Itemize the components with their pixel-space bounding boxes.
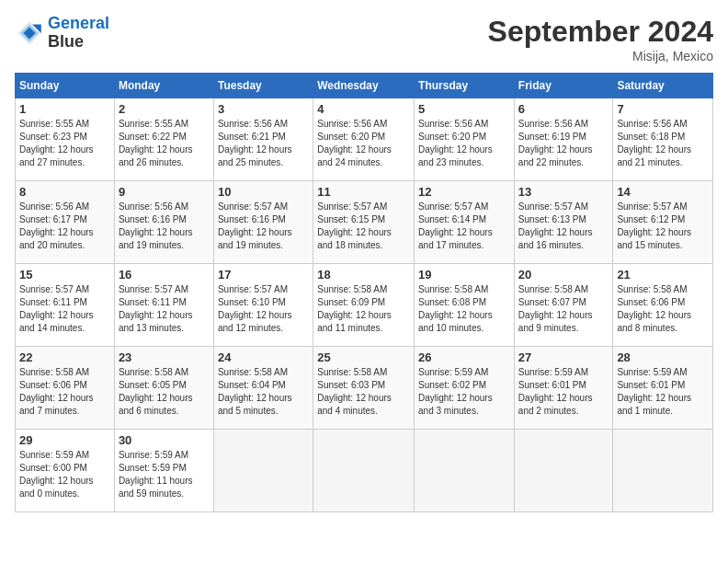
day-info: Sunrise: 5:57 AM Sunset: 6:12 PM Dayligh…: [617, 201, 709, 252]
calendar-cell: 17Sunrise: 5:57 AM Sunset: 6:10 PM Dayli…: [213, 264, 313, 347]
weekday-header-friday: Friday: [514, 74, 613, 98]
day-info: Sunrise: 5:56 AM Sunset: 6:20 PM Dayligh…: [418, 118, 510, 169]
calendar-cell: 24Sunrise: 5:58 AM Sunset: 6:04 PM Dayli…: [213, 347, 313, 430]
calendar-cell: 23Sunrise: 5:58 AM Sunset: 6:05 PM Dayli…: [114, 347, 213, 430]
day-number: 3: [218, 102, 309, 116]
calendar-cell: 25Sunrise: 5:58 AM Sunset: 6:03 PM Dayli…: [313, 347, 415, 430]
day-number: 9: [119, 185, 210, 199]
calendar-cell: [514, 430, 613, 512]
weekday-header-row: SundayMondayTuesdayWednesdayThursdayFrid…: [16, 74, 713, 98]
calendar-cell: 21Sunrise: 5:58 AM Sunset: 6:06 PM Dayli…: [613, 264, 713, 347]
day-number: 18: [317, 268, 410, 282]
calendar-cell: 14Sunrise: 5:57 AM Sunset: 6:12 PM Dayli…: [613, 181, 713, 264]
calendar-cell: 30Sunrise: 5:59 AM Sunset: 5:59 PM Dayli…: [114, 430, 213, 512]
day-number: 19: [418, 268, 510, 282]
day-number: 11: [317, 185, 410, 199]
day-info: Sunrise: 5:58 AM Sunset: 6:07 PM Dayligh…: [518, 283, 609, 335]
day-info: Sunrise: 5:57 AM Sunset: 6:13 PM Dayligh…: [518, 201, 609, 252]
calendar-cell: 10Sunrise: 5:57 AM Sunset: 6:16 PM Dayli…: [213, 181, 313, 264]
calendar-cell: 29Sunrise: 5:59 AM Sunset: 6:00 PM Dayli…: [16, 430, 115, 512]
day-info: Sunrise: 5:57 AM Sunset: 6:15 PM Dayligh…: [317, 201, 410, 252]
location: Misija, Mexico: [488, 49, 713, 63]
calendar-cell: [213, 430, 313, 512]
calendar-cell: 8Sunrise: 5:56 AM Sunset: 6:17 PM Daylig…: [16, 181, 115, 264]
weekday-header-tuesday: Tuesday: [213, 74, 313, 98]
day-number: 8: [19, 185, 110, 199]
page-header: General Blue September 2024 Misija, Mexi…: [15, 15, 713, 63]
day-info: Sunrise: 5:59 AM Sunset: 6:01 PM Dayligh…: [518, 366, 609, 418]
calendar-cell: 11Sunrise: 5:57 AM Sunset: 6:15 PM Dayli…: [313, 181, 415, 264]
logo-icon: [15, 18, 44, 48]
calendar-cell: 5Sunrise: 5:56 AM Sunset: 6:20 PM Daylig…: [415, 98, 515, 181]
day-number: 28: [617, 350, 709, 364]
day-info: Sunrise: 5:58 AM Sunset: 6:08 PM Dayligh…: [418, 283, 510, 335]
calendar-cell: [613, 430, 713, 512]
calendar-table: SundayMondayTuesdayWednesdayThursdayFrid…: [15, 73, 713, 512]
day-info: Sunrise: 5:59 AM Sunset: 5:59 PM Dayligh…: [119, 449, 210, 500]
day-info: Sunrise: 5:59 AM Sunset: 6:01 PM Dayligh…: [617, 366, 709, 418]
day-number: 10: [218, 185, 309, 199]
calendar-cell: 7Sunrise: 5:56 AM Sunset: 6:18 PM Daylig…: [613, 98, 713, 181]
calendar-cell: 2Sunrise: 5:55 AM Sunset: 6:22 PM Daylig…: [114, 98, 213, 181]
day-number: 1: [19, 102, 110, 116]
day-number: 14: [617, 185, 709, 199]
day-info: Sunrise: 5:59 AM Sunset: 6:02 PM Dayligh…: [418, 366, 510, 418]
calendar-cell: 15Sunrise: 5:57 AM Sunset: 6:11 PM Dayli…: [16, 264, 115, 347]
day-number: 21: [617, 268, 709, 282]
day-number: 16: [119, 268, 210, 282]
day-info: Sunrise: 5:56 AM Sunset: 6:21 PM Dayligh…: [218, 118, 309, 169]
day-number: 25: [317, 350, 410, 364]
weekday-header-wednesday: Wednesday: [313, 74, 415, 98]
logo-line2: Blue: [48, 33, 109, 52]
day-info: Sunrise: 5:55 AM Sunset: 6:22 PM Dayligh…: [119, 118, 210, 169]
calendar-cell: [415, 430, 515, 512]
day-info: Sunrise: 5:57 AM Sunset: 6:11 PM Dayligh…: [119, 283, 210, 335]
day-number: 7: [617, 102, 709, 116]
day-info: Sunrise: 5:56 AM Sunset: 6:16 PM Dayligh…: [119, 201, 210, 252]
day-info: Sunrise: 5:55 AM Sunset: 6:23 PM Dayligh…: [19, 118, 110, 169]
day-number: 24: [218, 350, 309, 364]
day-info: Sunrise: 5:58 AM Sunset: 6:05 PM Dayligh…: [119, 366, 210, 418]
day-number: 2: [119, 102, 210, 116]
day-info: Sunrise: 5:57 AM Sunset: 6:11 PM Dayligh…: [19, 283, 110, 335]
day-number: 23: [119, 350, 210, 364]
calendar-cell: 3Sunrise: 5:56 AM Sunset: 6:21 PM Daylig…: [213, 98, 313, 181]
calendar-cell: 4Sunrise: 5:56 AM Sunset: 6:20 PM Daylig…: [313, 98, 415, 181]
day-info: Sunrise: 5:56 AM Sunset: 6:17 PM Dayligh…: [19, 201, 110, 252]
day-info: Sunrise: 5:56 AM Sunset: 6:18 PM Dayligh…: [617, 118, 709, 169]
logo-line1: General: [48, 14, 109, 32]
day-info: Sunrise: 5:58 AM Sunset: 6:06 PM Dayligh…: [617, 283, 709, 335]
calendar-cell: 28Sunrise: 5:59 AM Sunset: 6:01 PM Dayli…: [613, 347, 713, 430]
calendar-week-2: 8Sunrise: 5:56 AM Sunset: 6:17 PM Daylig…: [16, 181, 713, 264]
day-info: Sunrise: 5:57 AM Sunset: 6:14 PM Dayligh…: [418, 201, 510, 252]
day-number: 30: [119, 433, 210, 447]
day-number: 6: [518, 102, 609, 116]
day-info: Sunrise: 5:56 AM Sunset: 6:20 PM Dayligh…: [317, 118, 410, 169]
title-block: September 2024 Misija, Mexico: [488, 15, 713, 63]
calendar-week-3: 15Sunrise: 5:57 AM Sunset: 6:11 PM Dayli…: [16, 264, 713, 347]
day-number: 27: [518, 350, 609, 364]
day-info: Sunrise: 5:58 AM Sunset: 6:09 PM Dayligh…: [317, 283, 410, 335]
day-number: 20: [518, 268, 609, 282]
weekday-header-saturday: Saturday: [613, 74, 713, 98]
calendar-cell: [313, 430, 415, 512]
day-info: Sunrise: 5:58 AM Sunset: 6:06 PM Dayligh…: [19, 366, 110, 418]
day-info: Sunrise: 5:56 AM Sunset: 6:19 PM Dayligh…: [518, 118, 609, 169]
day-info: Sunrise: 5:59 AM Sunset: 6:00 PM Dayligh…: [19, 449, 110, 500]
calendar-cell: 22Sunrise: 5:58 AM Sunset: 6:06 PM Dayli…: [16, 347, 115, 430]
day-info: Sunrise: 5:57 AM Sunset: 6:16 PM Dayligh…: [218, 201, 309, 252]
calendar-body: 1Sunrise: 5:55 AM Sunset: 6:23 PM Daylig…: [16, 98, 713, 512]
logo: General Blue: [15, 15, 109, 52]
day-number: 4: [317, 102, 410, 116]
calendar-cell: 6Sunrise: 5:56 AM Sunset: 6:19 PM Daylig…: [514, 98, 613, 181]
calendar-week-1: 1Sunrise: 5:55 AM Sunset: 6:23 PM Daylig…: [16, 98, 713, 181]
day-number: 17: [218, 268, 309, 282]
calendar-week-5: 29Sunrise: 5:59 AM Sunset: 6:00 PM Dayli…: [16, 430, 713, 512]
month-title: September 2024: [488, 15, 713, 49]
calendar-cell: 12Sunrise: 5:57 AM Sunset: 6:14 PM Dayli…: [415, 181, 515, 264]
day-info: Sunrise: 5:58 AM Sunset: 6:04 PM Dayligh…: [218, 366, 309, 418]
calendar-cell: 26Sunrise: 5:59 AM Sunset: 6:02 PM Dayli…: [415, 347, 515, 430]
day-info: Sunrise: 5:57 AM Sunset: 6:10 PM Dayligh…: [218, 283, 309, 335]
day-number: 15: [19, 268, 110, 282]
calendar-cell: 27Sunrise: 5:59 AM Sunset: 6:01 PM Dayli…: [514, 347, 613, 430]
